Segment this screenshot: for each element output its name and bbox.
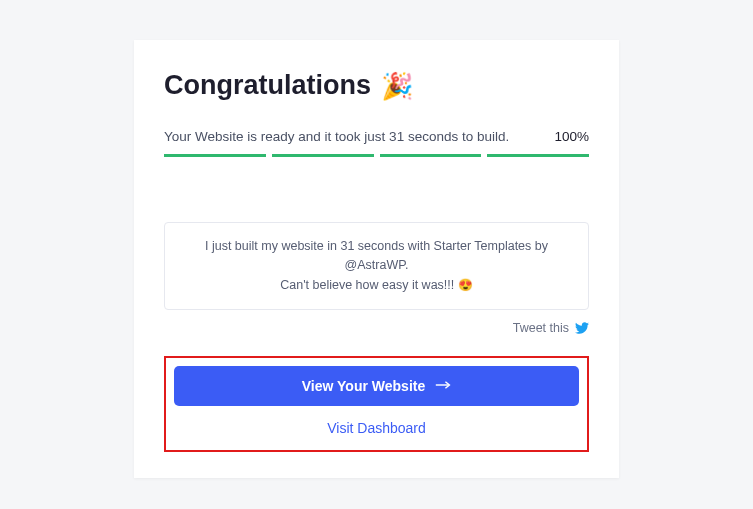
visit-dashboard-link[interactable]: Visit Dashboard [174,406,579,444]
tweet-link-row: Tweet this [164,318,589,336]
tweet-link-label: Tweet this [513,321,569,335]
twitter-icon [575,321,589,336]
tweet-this-link[interactable]: Tweet this [513,321,589,336]
progress-segment [164,154,266,157]
congratulations-card: Congratulations 🎉 Your Website is ready … [134,40,619,478]
progress-segment [487,154,589,157]
heart-eyes-icon: 😍 [458,278,473,292]
action-highlight-block: View Your Website Visit Dashboard [164,356,589,452]
view-website-label: View Your Website [302,378,425,394]
party-popper-icon: 🎉 [381,73,413,99]
heading-row: Congratulations 🎉 [164,70,589,101]
progress-percent: 100% [554,129,589,144]
status-message: Your Website is ready and it took just 3… [164,129,509,144]
progress-bar [164,154,589,157]
progress-segment [380,154,482,157]
page-title: Congratulations [164,70,371,101]
view-website-button[interactable]: View Your Website [174,366,579,406]
tweet-text-box: I just built my website in 31 seconds wi… [164,222,589,310]
arrow-right-icon [435,378,451,394]
status-row: Your Website is ready and it took just 3… [164,129,589,144]
tweet-line2: Can't believe how easy it was!!! [280,278,454,292]
progress-segment [272,154,374,157]
tweet-line1: I just built my website in 31 seconds wi… [205,239,548,272]
